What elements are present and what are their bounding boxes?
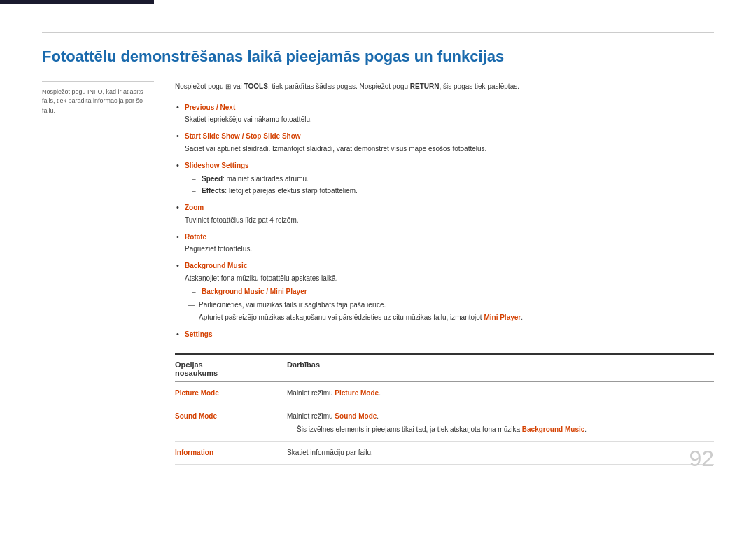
bullet-desc-rotate: Pagrieziet fotoattēlus. (185, 244, 714, 254)
sub-item-effects: Effects: lietojiet pārejas efektus starp… (192, 185, 714, 196)
table-action-information: Skatiet informāciju par failu. (287, 447, 714, 458)
list-item-background-music: Background Music Atskaņojiet fona mūziku… (175, 260, 714, 323)
sub-item-speed: Speed: mainiet slaidrādes ātrumu. (192, 174, 714, 184)
table-option-sound-mode: Sound Mode (175, 411, 287, 420)
table-header-action: Darbības (287, 360, 714, 377)
bullet-title-settings: Settings (185, 330, 212, 338)
table-row-picture-mode: Picture Mode Mainiet režīmu Picture Mode… (175, 382, 714, 405)
sub-list-background-music: Background Music / Mini Player (185, 286, 714, 297)
page-title: Fotoattēlu demonstrēšanas laikā pieejamā… (42, 47, 714, 67)
bullet-title-previous-next: Previous / Next (185, 104, 235, 111)
bullet-title-slideshow: Start Slide Show / Stop Slide Show (185, 132, 301, 140)
table-option-picture-mode: Picture Mode (175, 388, 287, 397)
list-item-rotate: Rotate Pagrieziet fotoattēlus. (175, 231, 714, 255)
list-item-settings: Settings (175, 328, 714, 340)
intro-paragraph: Nospiežot pogu ⊞ vai TOOLS, tiek parādīt… (175, 81, 714, 92)
sub-item-bg-mini-player: Background Music / Mini Player (192, 286, 714, 297)
table-action-sound-mode: Mainiet režīmu Sound Mode. Šis izvēlnes … (287, 411, 714, 435)
sidebar: Nospiežot pogu INFO, kad ir atlasīts fai… (42, 81, 154, 465)
bullet-desc-previous-next: Skatiet iepriekšējo vai nākamo fotoattēl… (185, 114, 714, 125)
table-row-information: Information Skatiet informāciju par fail… (175, 442, 714, 465)
em-dash-item-1: Pārliecinieties, vai mūzikas fails ir sa… (188, 300, 714, 310)
table-header: Opcijasnosaukums Darbības (175, 355, 714, 382)
bullet-title-zoom: Zoom (185, 204, 204, 211)
bullet-desc-zoom: Tuviniet fotoattēlus līdz pat 4 reizēm. (185, 215, 714, 225)
page-number: 92 (689, 446, 714, 472)
bullet-title-background-music: Background Music (185, 262, 247, 269)
sub-list-slideshow: Speed: mainiet slaidrādes ātrumu. Effect… (185, 174, 714, 196)
list-item-settings-slideshow: Slideshow Settings Speed: mainiet slaidr… (175, 160, 714, 197)
options-table: Opcijasnosaukums Darbības Picture Mode M… (175, 353, 714, 465)
header-divider (42, 32, 714, 33)
list-item-slideshow: Start Slide Show / Stop Slide Show Sācie… (175, 130, 714, 154)
table-header-option: Opcijasnosaukums (175, 360, 287, 377)
table-action-picture-mode: Mainiet režīmu Picture Mode. (287, 388, 714, 399)
em-dash-item-2: Apturiet pašreizējo mūzikas atskaņošanu … (188, 312, 714, 323)
table-option-information: Information (175, 447, 287, 456)
em-dash-list-bg-music: Pārliecinieties, vai mūzikas fails ir sa… (185, 300, 714, 323)
list-item-zoom: Zoom Tuviniet fotoattēlus līdz pat 4 rei… (175, 202, 714, 225)
top-accent-bar (0, 0, 154, 4)
bullet-desc-slideshow: Sāciet vai apturiet slaidrādi. Izmantojo… (185, 143, 714, 154)
bullet-title-settings-slideshow: Slideshow Settings (185, 162, 249, 169)
table-row-sound-mode: Sound Mode Mainiet režīmu Sound Mode. Ši… (175, 405, 714, 442)
main-content: Nospiežot pogu ⊞ vai TOOLS, tiek parādīt… (175, 81, 714, 465)
bullet-desc-background-music: Atskaņojiet fona mūziku fotoattēlu apska… (185, 273, 714, 283)
sidebar-note: Nospiežot pogu INFO, kad ir atlasīts fai… (42, 81, 154, 116)
list-item-previous-next: Previous / Next Skatiet iepriekšējo vai … (175, 101, 714, 125)
bullet-title-rotate: Rotate (185, 233, 206, 241)
feature-list: Previous / Next Skatiet iepriekšējo vai … (175, 101, 714, 340)
